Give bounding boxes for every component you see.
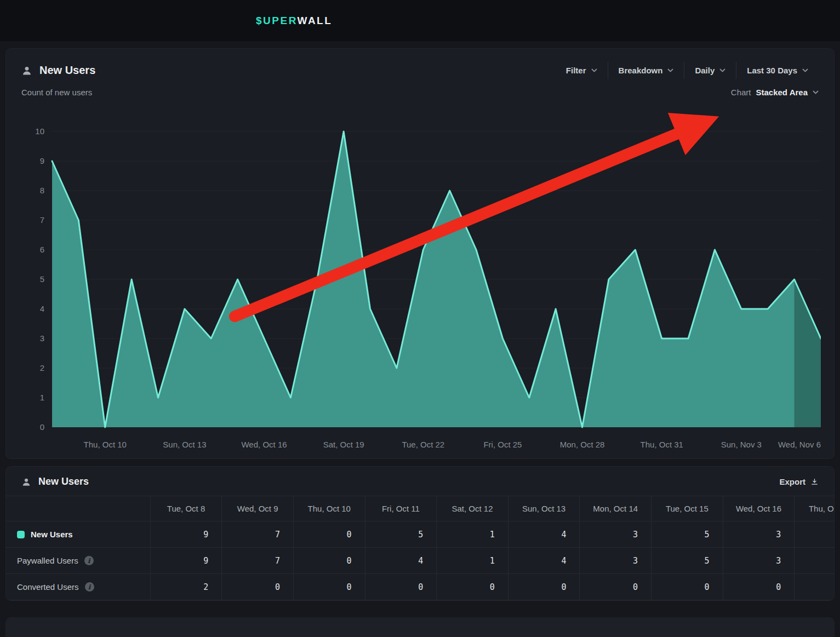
table-cell: 0: [365, 574, 437, 600]
table-cell: [795, 574, 835, 600]
svg-text:Mon, Oct 28: Mon, Oct 28: [560, 440, 605, 449]
svg-text:7: 7: [40, 215, 44, 225]
axis-title: Count of new users: [21, 88, 92, 97]
table-cell: 4: [508, 521, 580, 548]
breakdown-dropdown[interactable]: Breakdown: [608, 62, 684, 79]
chart-type-dropdown[interactable]: Chart Stacked Area: [731, 88, 819, 97]
column-header: Fri, Oct 11: [365, 496, 437, 521]
info-icon[interactable]: i: [85, 582, 94, 592]
breakdown-label: Breakdown: [619, 66, 663, 75]
chart-subheader: Count of new users Chart Stacked Area: [6, 84, 834, 101]
logo-accent: $UPER: [256, 15, 298, 26]
superwall-logo: $UPERWALL: [0, 15, 332, 27]
table-cell: 4: [365, 548, 437, 574]
column-header: Mon, Oct 14: [580, 496, 652, 521]
logo-rest: WALL: [298, 15, 333, 26]
table-card-header: New Users Export: [6, 467, 834, 496]
svg-text:10: 10: [35, 127, 44, 136]
table-cell: 7: [222, 548, 294, 574]
row-label: New Users: [31, 530, 73, 539]
table-cell: 5: [652, 521, 723, 548]
table-cell: 0: [293, 548, 365, 574]
topbar: $UPERWALL: [0, 0, 840, 41]
table-row: Converted Users i 2 0 0 0 0 0 0 0 0: [6, 574, 835, 600]
svg-text:9: 9: [40, 156, 44, 165]
table-card-title: New Users: [38, 476, 89, 487]
svg-text:Sun, Oct 13: Sun, Oct 13: [163, 440, 206, 449]
chart-card-title: New Users: [39, 64, 95, 77]
chart-controls: Filter Breakdown Daily Last 30 Days: [556, 62, 819, 79]
table-cell: 3: [723, 521, 795, 548]
svg-text:0: 0: [40, 422, 44, 432]
column-header: Sat, Oct 12: [437, 496, 508, 521]
column-header: Wed, Oct 9: [222, 496, 294, 521]
new-users-table: Tue, Oct 8 Wed, Oct 9 Thu, Oct 10 Fri, O…: [6, 496, 835, 600]
chart-type-value: Stacked Area: [756, 88, 808, 97]
granularity-dropdown[interactable]: Daily: [684, 62, 736, 79]
new-users-chart-card: New Users Filter Breakdown Daily Last 30…: [5, 48, 835, 459]
svg-text:3: 3: [40, 334, 44, 343]
table-cell: 0: [222, 574, 294, 600]
date-range-dropdown[interactable]: Last 30 Days: [736, 62, 819, 79]
row-label: Paywalled Users: [17, 556, 78, 565]
column-header: Tue, Oct 15: [652, 496, 723, 521]
export-label: Export: [779, 477, 805, 486]
table-cell: 0: [437, 574, 508, 600]
table-cell: 0: [652, 574, 723, 600]
chart-plot-area: 012345678910Thu, Oct 10Sun, Oct 13Wed, O…: [6, 101, 834, 455]
chevron-down-icon: [719, 68, 725, 72]
corner-cell: [6, 496, 150, 521]
table-cell: 5: [365, 521, 437, 548]
table-cell: 0: [293, 521, 365, 548]
table-row: New Users 9 7 0 5 1 4 3 5 3: [6, 521, 835, 548]
svg-text:Thu, Oct 31: Thu, Oct 31: [641, 440, 683, 449]
table-title-wrap: New Users: [21, 476, 89, 487]
table-cell: 1: [437, 521, 508, 548]
column-header: Thu, Oct 17: [795, 496, 835, 521]
column-header: Tue, Oct 8: [150, 496, 222, 521]
chart-card-header: New Users Filter Breakdown Daily Last 30…: [6, 49, 834, 84]
new-users-table-card: New Users Export Tue, Oct 8 Wed, Oct 9: [5, 466, 835, 601]
table-cell: 9: [150, 521, 222, 548]
table-cell: 3: [580, 521, 652, 548]
next-card-peek: [5, 617, 835, 637]
row-label: Converted Users: [17, 582, 79, 592]
svg-text:Fri, Oct 25: Fri, Oct 25: [483, 440, 522, 449]
info-icon[interactable]: i: [84, 556, 94, 565]
main-content: New Users Filter Breakdown Daily Last 30…: [0, 48, 840, 637]
chevron-down-icon: [591, 68, 597, 72]
table-cell: 0: [723, 574, 795, 600]
table-cell: [795, 548, 835, 574]
svg-text:Sat, Oct 19: Sat, Oct 19: [323, 440, 364, 449]
area-chart: 012345678910Thu, Oct 10Sun, Oct 13Wed, O…: [20, 101, 821, 455]
svg-text:4: 4: [40, 304, 44, 313]
svg-text:Wed, Oct 16: Wed, Oct 16: [241, 440, 287, 449]
person-icon: [21, 65, 32, 76]
table-cell: 3: [723, 548, 795, 574]
table-cell: 0: [580, 574, 652, 600]
chart-type-label: Chart: [731, 88, 751, 97]
download-icon: [810, 478, 819, 486]
table-cell: 5: [652, 548, 723, 574]
table-row: Paywalled Users i 9 7 0 4 1 4 3 5 3: [6, 548, 835, 574]
svg-text:2: 2: [40, 363, 44, 372]
table-cell: 0: [508, 574, 580, 600]
table-cell: 3: [580, 548, 652, 574]
export-button[interactable]: Export: [779, 477, 819, 486]
svg-text:5: 5: [40, 274, 44, 284]
series-swatch: [17, 531, 25, 538]
granularity-label: Daily: [695, 66, 715, 75]
svg-text:Tue, Oct 22: Tue, Oct 22: [402, 440, 444, 449]
table-cell: 0: [293, 574, 365, 600]
date-range-label: Last 30 Days: [747, 66, 797, 75]
table-cell: 9: [150, 548, 222, 574]
table-cell: 1: [437, 548, 508, 574]
person-icon: [21, 477, 31, 487]
column-header: Sun, Oct 13: [508, 496, 580, 521]
column-header: Thu, Oct 10: [293, 496, 365, 521]
svg-text:Thu, Oct 10: Thu, Oct 10: [84, 440, 127, 449]
filter-dropdown[interactable]: Filter: [556, 62, 608, 79]
svg-text:6: 6: [40, 245, 44, 254]
column-header: Wed, Oct 16: [723, 496, 795, 521]
svg-text:1: 1: [40, 393, 44, 402]
